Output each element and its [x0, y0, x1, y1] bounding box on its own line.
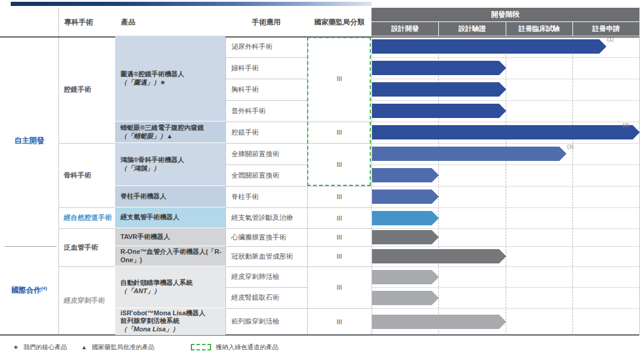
legend-text: 國家藥監局批准的產品 — [92, 343, 154, 352]
product-name: 脊柱手術機器人 — [120, 193, 223, 201]
product-marker: ▲ — [166, 132, 173, 139]
product-name: 經支氣管手術機器人 — [120, 213, 223, 222]
pipeline-arrow — [372, 82, 506, 97]
product-cell: 圖邁®腔鏡手術機器人（「圖邁」）★ — [115, 36, 225, 122]
application-cell: 腔鏡手術 — [225, 122, 307, 143]
legend-item: 獲納入綠色通道的產品 — [191, 343, 278, 352]
specialty-cell: 腔鏡手術 — [58, 36, 115, 143]
arrow-body — [372, 270, 432, 284]
pipeline-arrow — [372, 249, 506, 263]
arrow-head — [432, 291, 439, 305]
product-alias: （「蜻蜓眼」）▲ — [120, 132, 223, 141]
product-alias: （「Mona Lisa」） — [120, 325, 223, 334]
product-cell: 鴻鵠®骨科手術機器人（「鴻鵠」） — [115, 143, 225, 186]
pipeline-arrow — [372, 211, 439, 225]
pipeline-arrow — [372, 270, 439, 284]
product-alias: （「鴻鵠」） — [120, 164, 223, 173]
classification-cell: III — [307, 36, 371, 122]
product-cell: TAVR手術機器人 — [115, 228, 225, 246]
arrow-head — [599, 39, 606, 54]
product-name: R-One™血管介入手術機器人(「R-One」) — [120, 248, 223, 264]
classification-cell: III — [307, 308, 371, 335]
arrow-body — [372, 211, 432, 225]
arrow-body — [372, 104, 499, 118]
header-application: 手術應用 — [225, 17, 307, 27]
pipeline-arrow — [372, 104, 506, 118]
product-name: 蜻蜓眼®三維電子腹腔內窺鏡 — [120, 124, 223, 132]
product-alias: （「ANT」） — [120, 287, 223, 296]
arrow-body — [372, 39, 599, 54]
classification-cell: III — [307, 207, 371, 228]
category-cell: 自主開發 — [0, 36, 58, 246]
product-name: 鴻鵠®骨科手術機器人 — [120, 156, 223, 164]
product-cell: 脊柱手術機器人 — [115, 186, 225, 207]
column-divider — [639, 8, 640, 335]
product-cell: R-One™血管介入手術機器人(「R-One」) — [115, 246, 225, 266]
category-footnote-sup: (4) — [41, 286, 47, 291]
header-specialty: 專科手術 — [64, 17, 93, 27]
classification-cell: III — [307, 228, 371, 246]
arrow-head — [499, 315, 506, 329]
classification-cell: III — [307, 266, 371, 308]
pipeline-arrow — [372, 39, 606, 54]
stage-header-1: 設計開發 — [371, 22, 438, 36]
application-cell: 經皮穿刺肺活檢 — [225, 266, 307, 287]
category-cell: 國際合作(4) — [0, 246, 58, 335]
arrow-body — [372, 249, 499, 263]
arrow-head — [432, 211, 439, 225]
specialty-cell: 經自然腔道手術 — [58, 207, 115, 228]
header-product: 產品 — [121, 17, 135, 27]
note-label: (3) — [567, 144, 574, 150]
arrow-head — [633, 125, 640, 139]
product-name: 圖邁®腔鏡手術機器人 — [120, 70, 223, 79]
pipeline-arrow — [372, 315, 506, 329]
category-label: 國際合作 — [11, 285, 41, 296]
product-cell: 自動針頭瞄準機器人系統（「ANT」） — [115, 266, 225, 308]
classification-cell: III — [307, 186, 371, 207]
arrow-body — [372, 315, 499, 329]
application-cell: 冠狀動脈血管成形術 — [225, 246, 307, 266]
legend-text: 我們的核心產品 — [23, 343, 67, 352]
application-cell: 全膝關節置換術 — [225, 143, 307, 164]
application-cell: 脊柱手術 — [225, 186, 307, 207]
arrow-head — [499, 82, 506, 97]
pipeline-arrow — [372, 125, 640, 139]
specialty-cell: 經皮穿刺手術 — [58, 266, 115, 335]
product-name: 自動針頭瞄準機器人系統 — [120, 279, 223, 287]
pipeline-arrow — [372, 291, 439, 305]
product-cell: 蜻蜓眼®三維電子腹腔內窺鏡（「蜻蜓眼」）▲ — [115, 122, 225, 143]
stage-header-4: 註冊申請 — [572, 22, 639, 36]
pipeline-arrow — [372, 147, 566, 161]
application-cell: 婦科手術 — [225, 57, 307, 79]
arrow-head — [499, 104, 506, 118]
development-stage-header: 開發階段 — [371, 8, 639, 21]
specialty-cell: 泛血管手術 — [58, 228, 115, 266]
arrow-head — [432, 168, 439, 182]
classification-cell: III — [307, 122, 371, 143]
application-cell: 胸科手術 — [225, 79, 307, 100]
classification-cell: III — [307, 143, 371, 186]
application-cell: 普外科手術 — [225, 100, 307, 122]
pipeline-arrow — [372, 230, 439, 244]
pipeline-arrow — [372, 190, 439, 204]
arrow-head — [559, 147, 566, 161]
pipeline-table: 專科手術 產品 手術應用 國家藥監局分類 開發階段 設計開發設計驗證註冊臨床試驗… — [0, 0, 644, 357]
category-label: 自主開發 — [14, 136, 44, 146]
application-cell: 心臟瓣膜置換手術 — [225, 228, 307, 246]
stage-gridline-dashed — [572, 37, 573, 335]
product-marker: ★ — [160, 79, 166, 86]
application-cell: 經支氣管診斷及治療 — [225, 207, 307, 228]
arrow-body — [372, 125, 633, 139]
triangle-icon: ▲ — [81, 344, 87, 350]
arrow-head — [432, 270, 439, 284]
arrow-body — [372, 82, 499, 97]
legend-text: 獲納入綠色通道的產品 — [216, 343, 278, 352]
arrow-body — [372, 168, 432, 182]
green-dashed-box-icon — [191, 344, 211, 350]
application-cell: 經皮腎鏡取石術 — [225, 287, 307, 308]
arrow-head — [499, 249, 506, 263]
arrow-body — [372, 61, 499, 75]
arrow-body — [372, 190, 432, 204]
note-label: (1) — [607, 36, 614, 42]
arrow-head — [432, 230, 439, 244]
